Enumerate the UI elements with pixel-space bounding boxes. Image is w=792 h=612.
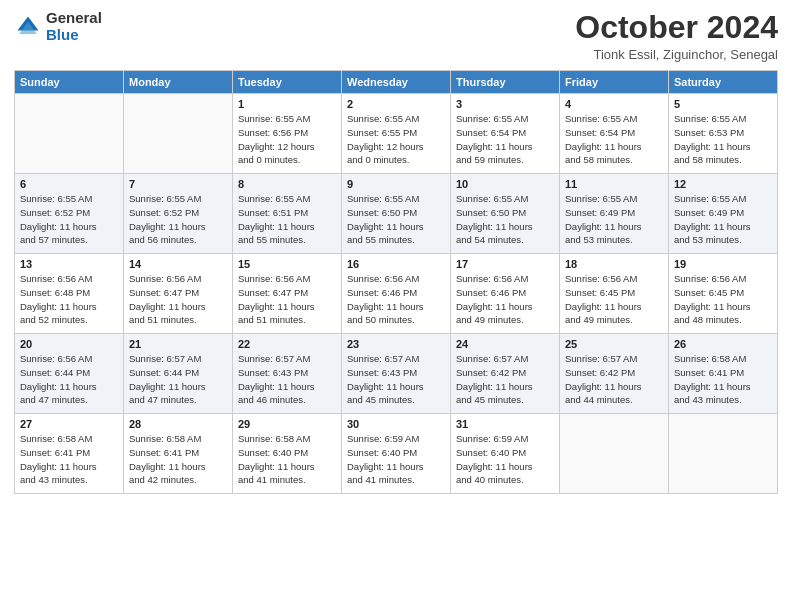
calendar-cell: 25Sunrise: 6:57 AM Sunset: 6:42 PM Dayli… xyxy=(560,334,669,414)
day-number: 3 xyxy=(456,98,554,110)
calendar-cell xyxy=(669,414,778,494)
col-header-monday: Monday xyxy=(124,71,233,94)
day-info: Sunrise: 6:55 AM Sunset: 6:52 PM Dayligh… xyxy=(129,192,227,247)
logo: General Blue xyxy=(14,10,102,43)
calendar-week-5: 27Sunrise: 6:58 AM Sunset: 6:41 PM Dayli… xyxy=(15,414,778,494)
day-info: Sunrise: 6:55 AM Sunset: 6:56 PM Dayligh… xyxy=(238,112,336,167)
day-info: Sunrise: 6:57 AM Sunset: 6:42 PM Dayligh… xyxy=(565,352,663,407)
calendar-week-3: 13Sunrise: 6:56 AM Sunset: 6:48 PM Dayli… xyxy=(15,254,778,334)
day-number: 29 xyxy=(238,418,336,430)
calendar-cell: 11Sunrise: 6:55 AM Sunset: 6:49 PM Dayli… xyxy=(560,174,669,254)
col-header-thursday: Thursday xyxy=(451,71,560,94)
col-header-sunday: Sunday xyxy=(15,71,124,94)
calendar-cell xyxy=(15,94,124,174)
day-info: Sunrise: 6:56 AM Sunset: 6:44 PM Dayligh… xyxy=(20,352,118,407)
calendar-cell: 2Sunrise: 6:55 AM Sunset: 6:55 PM Daylig… xyxy=(342,94,451,174)
col-header-wednesday: Wednesday xyxy=(342,71,451,94)
day-info: Sunrise: 6:55 AM Sunset: 6:53 PM Dayligh… xyxy=(674,112,772,167)
calendar-cell: 14Sunrise: 6:56 AM Sunset: 6:47 PM Dayli… xyxy=(124,254,233,334)
calendar-week-4: 20Sunrise: 6:56 AM Sunset: 6:44 PM Dayli… xyxy=(15,334,778,414)
day-info: Sunrise: 6:56 AM Sunset: 6:46 PM Dayligh… xyxy=(456,272,554,327)
day-number: 5 xyxy=(674,98,772,110)
day-info: Sunrise: 6:56 AM Sunset: 6:45 PM Dayligh… xyxy=(674,272,772,327)
month-title: October 2024 xyxy=(575,10,778,45)
day-info: Sunrise: 6:57 AM Sunset: 6:43 PM Dayligh… xyxy=(238,352,336,407)
day-number: 9 xyxy=(347,178,445,190)
day-info: Sunrise: 6:55 AM Sunset: 6:49 PM Dayligh… xyxy=(565,192,663,247)
day-number: 8 xyxy=(238,178,336,190)
calendar-cell: 4Sunrise: 6:55 AM Sunset: 6:54 PM Daylig… xyxy=(560,94,669,174)
calendar-cell: 17Sunrise: 6:56 AM Sunset: 6:46 PM Dayli… xyxy=(451,254,560,334)
calendar-cell: 23Sunrise: 6:57 AM Sunset: 6:43 PM Dayli… xyxy=(342,334,451,414)
calendar-cell: 13Sunrise: 6:56 AM Sunset: 6:48 PM Dayli… xyxy=(15,254,124,334)
day-number: 28 xyxy=(129,418,227,430)
day-number: 12 xyxy=(674,178,772,190)
calendar-header-row: SundayMondayTuesdayWednesdayThursdayFrid… xyxy=(15,71,778,94)
calendar-cell: 21Sunrise: 6:57 AM Sunset: 6:44 PM Dayli… xyxy=(124,334,233,414)
col-header-tuesday: Tuesday xyxy=(233,71,342,94)
calendar-cell: 5Sunrise: 6:55 AM Sunset: 6:53 PM Daylig… xyxy=(669,94,778,174)
day-number: 14 xyxy=(129,258,227,270)
calendar-cell: 26Sunrise: 6:58 AM Sunset: 6:41 PM Dayli… xyxy=(669,334,778,414)
calendar-cell: 24Sunrise: 6:57 AM Sunset: 6:42 PM Dayli… xyxy=(451,334,560,414)
header: General Blue October 2024 Tionk Essil, Z… xyxy=(14,10,778,62)
day-info: Sunrise: 6:55 AM Sunset: 6:51 PM Dayligh… xyxy=(238,192,336,247)
day-number: 6 xyxy=(20,178,118,190)
day-info: Sunrise: 6:56 AM Sunset: 6:46 PM Dayligh… xyxy=(347,272,445,327)
day-info: Sunrise: 6:55 AM Sunset: 6:50 PM Dayligh… xyxy=(347,192,445,247)
day-number: 22 xyxy=(238,338,336,350)
day-number: 20 xyxy=(20,338,118,350)
day-number: 23 xyxy=(347,338,445,350)
day-number: 27 xyxy=(20,418,118,430)
day-info: Sunrise: 6:58 AM Sunset: 6:41 PM Dayligh… xyxy=(20,432,118,487)
location-subtitle: Tionk Essil, Ziguinchor, Senegal xyxy=(575,47,778,62)
title-block: October 2024 Tionk Essil, Ziguinchor, Se… xyxy=(575,10,778,62)
day-number: 10 xyxy=(456,178,554,190)
calendar-cell: 16Sunrise: 6:56 AM Sunset: 6:46 PM Dayli… xyxy=(342,254,451,334)
day-info: Sunrise: 6:58 AM Sunset: 6:41 PM Dayligh… xyxy=(129,432,227,487)
calendar-cell: 1Sunrise: 6:55 AM Sunset: 6:56 PM Daylig… xyxy=(233,94,342,174)
calendar-cell: 12Sunrise: 6:55 AM Sunset: 6:49 PM Dayli… xyxy=(669,174,778,254)
col-header-friday: Friday xyxy=(560,71,669,94)
calendar-cell: 27Sunrise: 6:58 AM Sunset: 6:41 PM Dayli… xyxy=(15,414,124,494)
calendar-cell: 31Sunrise: 6:59 AM Sunset: 6:40 PM Dayli… xyxy=(451,414,560,494)
day-number: 17 xyxy=(456,258,554,270)
col-header-saturday: Saturday xyxy=(669,71,778,94)
day-number: 31 xyxy=(456,418,554,430)
calendar-cell: 3Sunrise: 6:55 AM Sunset: 6:54 PM Daylig… xyxy=(451,94,560,174)
day-info: Sunrise: 6:55 AM Sunset: 6:54 PM Dayligh… xyxy=(456,112,554,167)
day-number: 30 xyxy=(347,418,445,430)
calendar-cell xyxy=(560,414,669,494)
day-number: 19 xyxy=(674,258,772,270)
calendar-cell xyxy=(124,94,233,174)
day-number: 26 xyxy=(674,338,772,350)
day-info: Sunrise: 6:55 AM Sunset: 6:50 PM Dayligh… xyxy=(456,192,554,247)
day-info: Sunrise: 6:57 AM Sunset: 6:43 PM Dayligh… xyxy=(347,352,445,407)
day-info: Sunrise: 6:59 AM Sunset: 6:40 PM Dayligh… xyxy=(456,432,554,487)
day-info: Sunrise: 6:55 AM Sunset: 6:54 PM Dayligh… xyxy=(565,112,663,167)
day-info: Sunrise: 6:56 AM Sunset: 6:47 PM Dayligh… xyxy=(238,272,336,327)
calendar-week-2: 6Sunrise: 6:55 AM Sunset: 6:52 PM Daylig… xyxy=(15,174,778,254)
calendar-cell: 29Sunrise: 6:58 AM Sunset: 6:40 PM Dayli… xyxy=(233,414,342,494)
day-info: Sunrise: 6:55 AM Sunset: 6:49 PM Dayligh… xyxy=(674,192,772,247)
calendar-week-1: 1Sunrise: 6:55 AM Sunset: 6:56 PM Daylig… xyxy=(15,94,778,174)
day-info: Sunrise: 6:56 AM Sunset: 6:45 PM Dayligh… xyxy=(565,272,663,327)
day-info: Sunrise: 6:59 AM Sunset: 6:40 PM Dayligh… xyxy=(347,432,445,487)
day-info: Sunrise: 6:57 AM Sunset: 6:44 PM Dayligh… xyxy=(129,352,227,407)
day-number: 25 xyxy=(565,338,663,350)
day-info: Sunrise: 6:56 AM Sunset: 6:47 PM Dayligh… xyxy=(129,272,227,327)
day-info: Sunrise: 6:58 AM Sunset: 6:40 PM Dayligh… xyxy=(238,432,336,487)
calendar-cell: 19Sunrise: 6:56 AM Sunset: 6:45 PM Dayli… xyxy=(669,254,778,334)
logo-general-text: General xyxy=(46,10,102,27)
day-number: 13 xyxy=(20,258,118,270)
calendar-cell: 18Sunrise: 6:56 AM Sunset: 6:45 PM Dayli… xyxy=(560,254,669,334)
day-number: 7 xyxy=(129,178,227,190)
day-info: Sunrise: 6:57 AM Sunset: 6:42 PM Dayligh… xyxy=(456,352,554,407)
day-number: 4 xyxy=(565,98,663,110)
day-info: Sunrise: 6:55 AM Sunset: 6:55 PM Dayligh… xyxy=(347,112,445,167)
day-number: 15 xyxy=(238,258,336,270)
day-number: 18 xyxy=(565,258,663,270)
logo-blue-text: Blue xyxy=(46,27,102,44)
day-number: 21 xyxy=(129,338,227,350)
calendar-cell: 30Sunrise: 6:59 AM Sunset: 6:40 PM Dayli… xyxy=(342,414,451,494)
